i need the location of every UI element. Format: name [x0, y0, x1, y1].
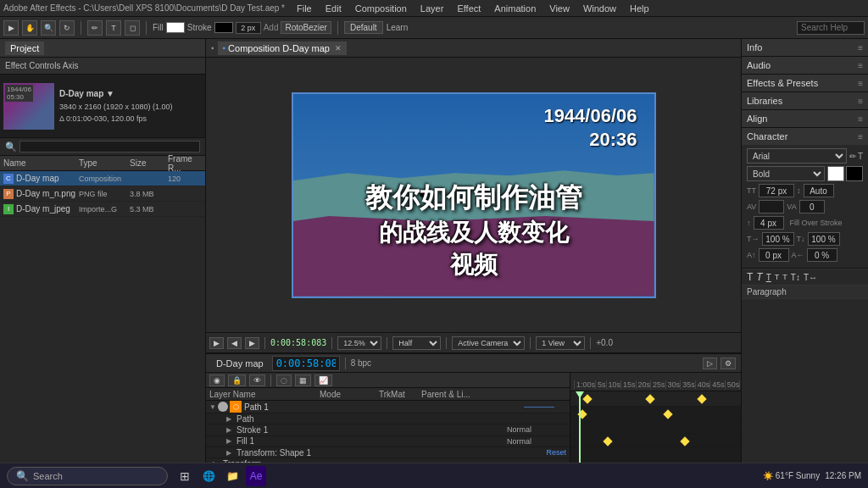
- comp-tab[interactable]: ▪ Composition D-Day map ✕: [218, 42, 347, 55]
- track-input[interactable]: [799, 200, 825, 214]
- tl-settings-btn[interactable]: ⚙: [721, 358, 736, 369]
- tl-frame-blend[interactable]: ▦: [295, 374, 311, 386]
- timeline-timecode[interactable]: [272, 356, 340, 371]
- libraries-label: Libraries: [747, 96, 782, 106]
- search-help-input[interactable]: [797, 21, 865, 35]
- menu-composition[interactable]: Composition: [352, 3, 410, 14]
- menu-bar: Adobe After Effects - C:\Users\Dell XPS …: [0, 0, 868, 17]
- leading-input[interactable]: [804, 184, 834, 197]
- fill-swatch[interactable]: [166, 22, 185, 33]
- add-label: Add: [264, 23, 279, 32]
- baseline-input[interactable]: [754, 216, 784, 230]
- t-sub-icon[interactable]: T: [775, 273, 780, 281]
- tl-subrow[interactable]: ▶ Stroke 1 Normal: [206, 424, 570, 435]
- menu-view[interactable]: View: [546, 3, 573, 14]
- kern-input[interactable]: [759, 200, 784, 214]
- app-title: Adobe After Effects - C:\Users\Dell XPS …: [3, 3, 285, 13]
- quality-select[interactable]: Half Full Quarter: [392, 336, 441, 350]
- tool-hand[interactable]: ✋: [22, 20, 37, 36]
- font-size-input[interactable]: [759, 184, 794, 197]
- character-header[interactable]: Character ≡: [742, 128, 868, 145]
- layer-name: Path 1: [244, 402, 465, 412]
- shift-input[interactable]: [759, 248, 789, 262]
- t-bold-icon[interactable]: T: [747, 271, 753, 283]
- t-underline-icon[interactable]: T: [766, 273, 771, 282]
- sub-expand[interactable]: ▶: [226, 426, 235, 434]
- tool-pen[interactable]: ✏: [87, 20, 103, 36]
- menu-window[interactable]: Window: [580, 3, 620, 14]
- tl-solo-btn[interactable]: ◉: [209, 374, 225, 386]
- prev-frame-btn[interactable]: ◀: [227, 337, 242, 349]
- default-btn[interactable]: Default: [344, 21, 383, 34]
- next-frame-btn[interactable]: ▶: [245, 337, 259, 349]
- stroke-swatch[interactable]: [214, 22, 233, 33]
- tool-rotate[interactable]: ↻: [59, 20, 75, 36]
- t-vert-icon[interactable]: T↕: [791, 273, 800, 282]
- zoom-select[interactable]: 12.5% 25% 50% 100%: [337, 336, 381, 350]
- taskbar-icon-ae[interactable]: Ae: [246, 466, 266, 486]
- expand-icon[interactable]: ▼: [209, 403, 218, 411]
- font-select[interactable]: Arial: [747, 148, 847, 164]
- fill-color-swatch[interactable]: [827, 166, 844, 181]
- tl-subrow[interactable]: ▶ Transform: Shape 1 Reset: [206, 447, 570, 458]
- tool-zoom[interactable]: 🔍: [41, 20, 56, 36]
- project-tab[interactable]: Project: [5, 42, 44, 55]
- list-item[interactable]: I D-Day m_jpeg Importe...G 5.3 MB: [0, 202, 205, 217]
- taskbar-icon-explorer[interactable]: 📁: [222, 466, 242, 486]
- tool-text[interactable]: T: [106, 20, 121, 36]
- sub-expand[interactable]: ▶: [226, 437, 235, 445]
- timeline-tab[interactable]: D-Day map: [211, 357, 269, 370]
- t-sup-icon[interactable]: T: [782, 273, 787, 281]
- align-header[interactable]: Align ≡: [742, 110, 868, 127]
- stroke-width-input[interactable]: [236, 22, 261, 34]
- menu-edit[interactable]: Edit: [322, 3, 345, 14]
- libraries-header[interactable]: Libraries ≡: [742, 92, 868, 109]
- info-label: Info: [747, 42, 762, 53]
- tl-graph-ed[interactable]: 📈: [314, 374, 332, 386]
- tl-subrow[interactable]: ▶ Fill 1 Normal: [206, 436, 570, 447]
- taskbar-icon-edge[interactable]: 🌐: [198, 466, 219, 486]
- sub-expand[interactable]: ▶: [226, 449, 235, 457]
- vc-sep1: [264, 337, 265, 349]
- list-item[interactable]: C D-Day map Composition 120: [0, 171, 205, 186]
- vscale-input[interactable]: [808, 232, 840, 246]
- t-hor-icon[interactable]: T↔: [804, 273, 817, 282]
- taskbar-icon-windows[interactable]: ⊞: [175, 466, 195, 486]
- sub-expand[interactable]: ▶: [226, 415, 235, 423]
- tool-arrow[interactable]: ▶: [3, 20, 19, 36]
- tl-motion-blur[interactable]: ◌: [276, 374, 292, 386]
- timeline-ruler[interactable]: 1:00s 5s 10s 15s 20s 25s 30s 35s 40s 45s…: [570, 373, 741, 391]
- play-btn[interactable]: ▶: [209, 337, 224, 349]
- hscale-input[interactable]: [762, 232, 794, 246]
- menu-file[interactable]: File: [293, 3, 315, 14]
- menu-effect[interactable]: Effect: [453, 3, 484, 14]
- taskbar-search-box[interactable]: 🔍 Search: [7, 467, 168, 485]
- info-header[interactable]: Info ≡: [742, 39, 868, 56]
- t-italic-icon[interactable]: T: [756, 271, 762, 283]
- comp-close-btn[interactable]: ✕: [335, 44, 342, 53]
- tl-shy-btn[interactable]: 👁: [249, 374, 265, 386]
- reset-btn[interactable]: Reset: [546, 448, 566, 457]
- effects-header[interactable]: Effects & Presets ≡: [742, 75, 868, 92]
- align-section: Align ≡: [742, 110, 868, 128]
- layer-vis[interactable]: [218, 402, 228, 412]
- style-select[interactable]: Bold Regular Italic: [747, 166, 825, 181]
- tool-shape[interactable]: ◻: [125, 20, 140, 36]
- project-search-input[interactable]: [19, 141, 200, 152]
- roto-bezier-btn[interactable]: RotoBezier: [281, 21, 331, 34]
- menu-help[interactable]: Help: [626, 3, 653, 14]
- view-select[interactable]: 1 View 2 Views 4 Views: [536, 336, 585, 350]
- tl-layer[interactable]: ▼ ⬡ Path 1 ————: [206, 401, 570, 413]
- list-item[interactable]: P D-Day m_n.png PNG file 3.8 MB: [0, 186, 205, 202]
- learn-btn[interactable]: Learn: [387, 23, 409, 32]
- tl-subrow[interactable]: ▶ Path: [206, 413, 570, 424]
- menu-animation[interactable]: Animation: [491, 3, 539, 14]
- character-label: Character: [747, 131, 787, 141]
- audio-header[interactable]: Audio ≡: [742, 57, 868, 74]
- tsume-input[interactable]: [807, 248, 837, 262]
- stroke-color-swatch[interactable]: [846, 166, 863, 181]
- camera-select[interactable]: Active Camera: [452, 336, 525, 350]
- tl-render-btn[interactable]: ▷: [703, 358, 717, 369]
- tl-lock-btn[interactable]: 🔒: [228, 374, 246, 386]
- menu-layer[interactable]: Layer: [417, 3, 448, 14]
